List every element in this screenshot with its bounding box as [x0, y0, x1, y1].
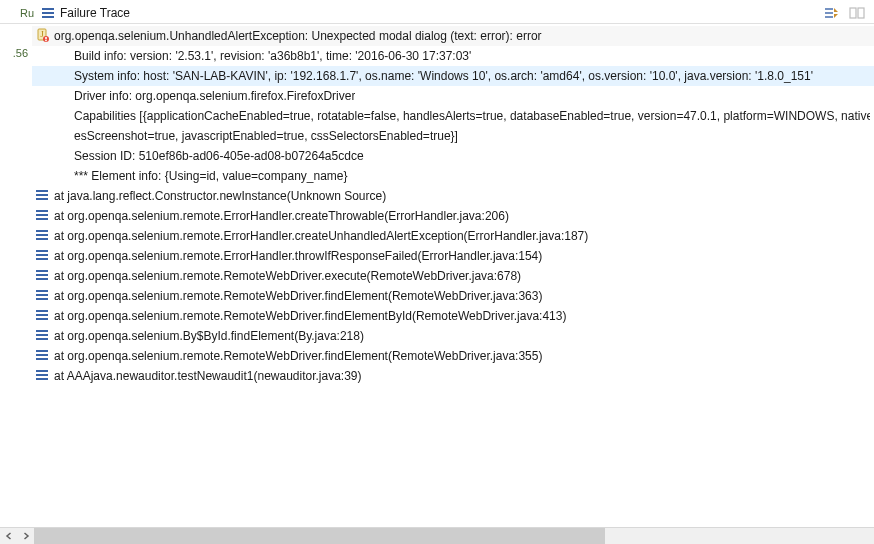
stack-frame-row[interactable]: at org.openqa.selenium.remote.RemoteWebD…	[32, 266, 874, 286]
stack-frame-row[interactable]: at org.openqa.selenium.remote.RemoteWebD…	[32, 346, 874, 366]
stack-frame-row[interactable]: at AAAjava.newauditor.testNewaudit1(newa…	[32, 366, 874, 386]
stack-frame-row[interactable]: at org.openqa.selenium.remote.RemoteWebD…	[32, 306, 874, 326]
content-area: .56 Jorg.openqa.selenium.UnhandledAlertE…	[0, 24, 874, 527]
trace-text: at org.openqa.selenium.remote.RemoteWebD…	[54, 307, 566, 325]
trace-text: Session ID: 510ef86b-ad06-405e-ad08-b072…	[74, 147, 364, 165]
svg-rect-12	[45, 40, 47, 41]
svg-rect-11	[45, 37, 47, 39]
stack-frame-icon	[34, 347, 50, 363]
gutter-ru-label: Ru	[4, 7, 36, 19]
blank-icon	[34, 107, 50, 123]
svg-rect-7	[858, 8, 864, 18]
trace-text: at org.openqa.selenium.remote.ErrorHandl…	[54, 247, 542, 265]
stack-frame-icon	[34, 287, 50, 303]
info-row[interactable]: esScreenshot=true, javascriptEnabled=tru…	[32, 126, 874, 146]
blank-icon	[34, 147, 50, 163]
trace-text: at org.openqa.selenium.By$ById.findEleme…	[54, 327, 364, 345]
trace-text: at org.openqa.selenium.remote.RemoteWebD…	[54, 287, 542, 305]
stack-frame-icon	[34, 247, 50, 263]
blank-icon	[34, 127, 50, 143]
stack-frame-icon	[34, 207, 50, 223]
info-row[interactable]: Session ID: 510ef86b-ad06-405e-ad08-b072…	[32, 146, 874, 166]
svg-rect-6	[850, 8, 856, 18]
trace-text: Driver info: org.openqa.selenium.firefox…	[74, 87, 355, 105]
compare-results-button[interactable]	[846, 3, 868, 23]
stack-frame-icon	[34, 187, 50, 203]
trace-text: *** Element info: {Using=id, value=compa…	[74, 167, 348, 185]
stack-frame-icon	[34, 367, 50, 383]
menu-icon[interactable]	[40, 5, 56, 21]
exception-warning-icon: J	[34, 27, 50, 43]
trace-text: Build info: version: '2.53.1', revision:…	[74, 47, 471, 65]
info-row[interactable]: Build info: version: '2.53.1', revision:…	[32, 46, 874, 66]
trace-text: at org.openqa.selenium.remote.RemoteWebD…	[54, 267, 521, 285]
trace-panel: Jorg.openqa.selenium.UnhandledAlertExcep…	[32, 24, 874, 527]
stack-frame-row[interactable]: at java.lang.reflect.Constructor.newInst…	[32, 186, 874, 206]
blank-icon	[34, 87, 50, 103]
stack-frame-icon	[34, 307, 50, 323]
trace-text: at org.openqa.selenium.remote.ErrorHandl…	[54, 207, 509, 225]
info-row[interactable]: Driver info: org.openqa.selenium.firefox…	[32, 86, 874, 106]
info-row[interactable]: System info: host: 'SAN-LAB-KAVIN', ip: …	[32, 66, 874, 86]
time-seconds: .56	[11, 46, 30, 60]
stack-frame-row[interactable]: at org.openqa.selenium.remote.ErrorHandl…	[32, 226, 874, 246]
trace-text: at AAAjava.newauditor.testNewaudit1(newa…	[54, 367, 362, 385]
trace-text: at org.openqa.selenium.remote.ErrorHandl…	[54, 227, 588, 245]
scroll-track[interactable]	[34, 528, 874, 545]
scroll-right-button[interactable]	[17, 528, 34, 545]
trace-text: org.openqa.selenium.UnhandledAlertExcept…	[54, 27, 542, 45]
trace-text: System info: host: 'SAN-LAB-KAVIN', ip: …	[74, 67, 813, 85]
stack-frame-row[interactable]: at org.openqa.selenium.remote.ErrorHandl…	[32, 246, 874, 266]
stack-frame-icon	[34, 227, 50, 243]
stack-frame-icon	[34, 267, 50, 283]
info-row[interactable]: Capabilities [{applicationCacheEnabled=t…	[32, 106, 874, 126]
trace-text: esScreenshot=true, javascriptEnabled=tru…	[74, 127, 458, 145]
info-row[interactable]: *** Element info: {Using=id, value=compa…	[32, 166, 874, 186]
scroll-left-button[interactable]	[0, 528, 17, 545]
scroll-thumb[interactable]	[34, 528, 605, 545]
panel-title: Failure Trace	[60, 6, 816, 20]
blank-icon	[34, 47, 50, 63]
trace-text: at org.openqa.selenium.remote.RemoteWebD…	[54, 347, 542, 365]
stack-frame-row[interactable]: at org.openqa.selenium.remote.RemoteWebD…	[32, 286, 874, 306]
filter-stack-button[interactable]	[820, 3, 842, 23]
horizontal-scrollbar[interactable]	[0, 527, 874, 544]
exception-row[interactable]: Jorg.openqa.selenium.UnhandledAlertExcep…	[32, 26, 874, 46]
trace-list[interactable]: Jorg.openqa.selenium.UnhandledAlertExcep…	[32, 24, 874, 527]
left-gutter: .56	[0, 24, 32, 527]
stack-frame-row[interactable]: at org.openqa.selenium.By$ById.findEleme…	[32, 326, 874, 346]
trace-text: at java.lang.reflect.Constructor.newInst…	[54, 187, 386, 205]
svg-text:J: J	[40, 30, 43, 39]
blank-icon	[34, 67, 50, 83]
trace-text: Capabilities [{applicationCacheEnabled=t…	[74, 107, 870, 125]
blank-icon	[34, 167, 50, 183]
stack-frame-row[interactable]: at org.openqa.selenium.remote.ErrorHandl…	[32, 206, 874, 226]
stack-frame-icon	[34, 327, 50, 343]
failure-trace-header: Ru Failure Trace	[0, 0, 874, 24]
